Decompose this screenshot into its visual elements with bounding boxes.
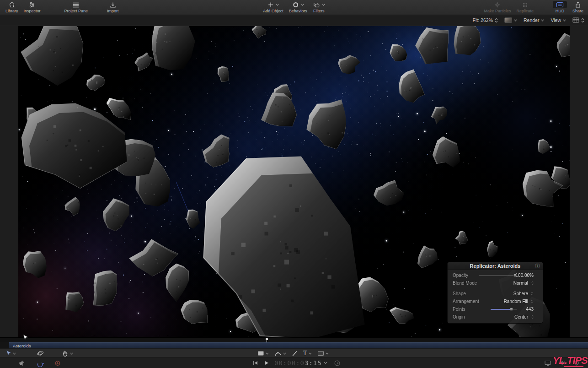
chevron-down-icon[interactable] [283, 352, 286, 355]
zoom-fit-control[interactable]: Fit: 262% [473, 17, 498, 23]
mute-audio-button[interactable] [18, 358, 26, 368]
points-label: Points [453, 307, 465, 312]
layer-name: Asteroids [13, 343, 31, 348]
replicate-icon [522, 1, 529, 8]
inspector-button[interactable]: Inspector [21, 0, 43, 13]
points-slider-thumb[interactable] [510, 308, 513, 311]
library-icon [8, 1, 16, 8]
inspector-icon [28, 1, 36, 8]
duration-toggle[interactable] [334, 358, 341, 368]
loop-playback-button[interactable] [37, 358, 44, 368]
chevron-down-icon[interactable] [13, 352, 16, 355]
timecode-menu[interactable] [324, 358, 327, 368]
paint-stroke-tool[interactable] [292, 351, 298, 357]
origin-label: Origin [453, 314, 465, 319]
hud-button[interactable]: HUD [550, 0, 570, 13]
filters-button[interactable]: Filters [310, 0, 328, 13]
bezier-icon [274, 351, 282, 357]
zoom-fit-label: Fit: 262% [473, 17, 493, 23]
info-icon[interactable]: ⓘ [535, 263, 540, 270]
library-button[interactable]: Library [3, 0, 21, 13]
chevron-down-icon [276, 4, 279, 6]
mask-rect-icon [317, 351, 324, 356]
pan-tool[interactable] [62, 349, 73, 358]
rectangle-tool[interactable] [257, 351, 269, 356]
popup-arrows-icon[interactable] [531, 315, 534, 319]
mask-tool[interactable] [317, 351, 329, 356]
popup-arrows-icon[interactable] [531, 292, 534, 296]
toolbar-center-group: Add Object Behaviors Filters [260, 0, 328, 15]
hand-icon [62, 350, 69, 357]
opacity-value[interactable]: 100.00% [516, 273, 534, 278]
hud-title-bar[interactable]: Replicator: Asteroids ⓘ [448, 262, 543, 270]
bezier-tool[interactable] [274, 351, 286, 357]
opacity-slider[interactable] [479, 275, 515, 276]
share-button[interactable]: Share [570, 0, 586, 13]
import-icon [109, 1, 117, 8]
popup-arrows-icon[interactable] [531, 299, 534, 303]
select-tool[interactable] [5, 349, 16, 358]
record-icon [54, 360, 61, 367]
project-pane-button[interactable]: Project Pane [62, 0, 91, 13]
hud-row-points: Points 443 [448, 305, 543, 313]
hud-row-opacity: Opacity 100.00% [448, 271, 543, 279]
record-button[interactable] [54, 358, 61, 368]
import-label: Import [107, 9, 119, 13]
tools-toolbar: T [0, 348, 588, 357]
clock-icon [334, 360, 341, 367]
hud-row-blend-mode: Blend Mode Normal [448, 279, 543, 287]
channel-swatch-icon [504, 17, 512, 23]
behaviors-button[interactable]: Behaviors [286, 0, 310, 13]
points-value[interactable]: 443 [526, 307, 534, 312]
library-label: Library [5, 9, 18, 13]
hud-row-shape: Shape Sphere [448, 290, 543, 298]
stepper-icon [581, 18, 584, 23]
timeline-layer-bar[interactable]: Asteroids [9, 342, 588, 348]
project-pane-icon [72, 1, 80, 8]
monitor-icon [544, 360, 551, 366]
timeline-track-area: Asteroids [0, 342, 588, 348]
stepper-icon [495, 18, 498, 23]
playhead-marker[interactable] [267, 338, 267, 342]
origin-value[interactable]: Center [514, 314, 528, 319]
paint-stroke-icon [292, 351, 298, 357]
make-particles-button: Make Particles [481, 0, 513, 13]
mouse-cursor [23, 334, 28, 342]
chevron-down-icon[interactable] [309, 352, 312, 355]
status-bar: Fit: 262% Render View [0, 16, 588, 25]
hud-row-origin: Origin Center [448, 313, 543, 321]
text-tool[interactable]: T [303, 350, 312, 357]
arrangement-value[interactable]: Random Fill [504, 299, 528, 304]
channel-swatch-control[interactable] [504, 17, 517, 23]
add-object-label: Add Object [263, 9, 283, 13]
hud-row-arrangement: Arrangement Random Fill [448, 298, 543, 305]
chevron-down-icon[interactable] [266, 352, 269, 355]
skip-back-icon [252, 360, 259, 366]
timecode-display[interactable]: 00:00:03:15 [274, 358, 322, 368]
chevron-down-icon[interactable] [70, 352, 73, 355]
render-label: Render [524, 17, 539, 23]
share-label: Share [572, 9, 583, 13]
transform-3d-tool[interactable] [37, 349, 44, 358]
rectangle-icon [257, 351, 264, 356]
shape-label: Shape [453, 291, 466, 296]
import-button[interactable]: Import [104, 0, 122, 13]
mini-timeline[interactable] [0, 337, 588, 342]
points-slider[interactable] [491, 309, 517, 310]
popup-arrows-icon[interactable] [531, 281, 534, 285]
shape-value[interactable]: Sphere [513, 291, 528, 296]
toolbar-right-group: Make Particles Replicate HUD Share [481, 0, 586, 15]
chevron-down-icon [301, 4, 304, 6]
view-menu[interactable]: View [551, 17, 566, 23]
hud-rows: Opacity 100.00% Blend Mode Normal Shape … [448, 270, 543, 321]
play-button[interactable] [263, 358, 269, 368]
add-object-button[interactable]: Add Object [260, 0, 286, 13]
show-output-button[interactable] [544, 358, 551, 368]
hud-panel[interactable]: Replicator: Asteroids ⓘ Opacity 100.00% … [447, 262, 543, 324]
chevron-down-icon[interactable] [326, 352, 329, 355]
blend-mode-value[interactable]: Normal [513, 281, 528, 286]
layout-grid-control[interactable] [572, 17, 584, 23]
inspector-label: Inspector [24, 9, 41, 13]
render-menu[interactable]: Render [524, 17, 544, 23]
go-to-start-button[interactable] [252, 358, 259, 368]
